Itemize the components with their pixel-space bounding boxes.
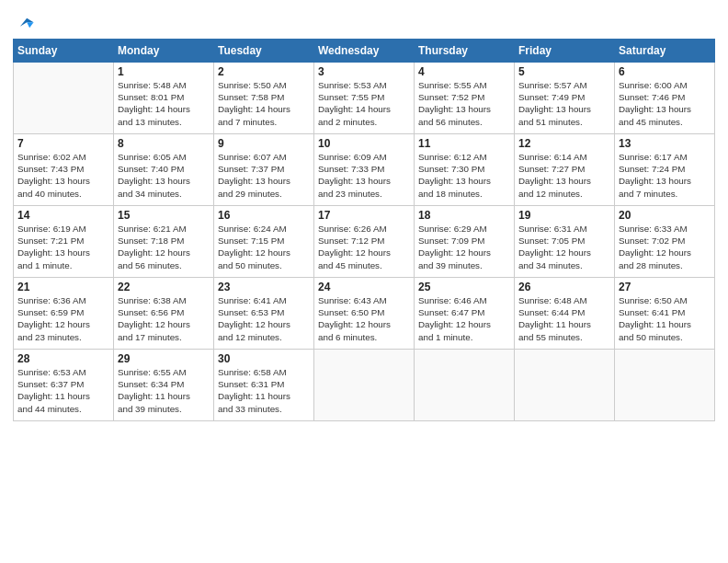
calendar-cell — [615, 350, 715, 421]
calendar-cell — [415, 350, 515, 421]
day-number: 17 — [318, 209, 410, 222]
calendar-cell: 6Sunrise: 6:00 AM Sunset: 7:46 PM Daylig… — [615, 63, 715, 134]
calendar-cell: 18Sunrise: 6:29 AM Sunset: 7:09 PM Dayli… — [415, 206, 515, 278]
calendar-cell: 9Sunrise: 6:07 AM Sunset: 7:37 PM Daylig… — [214, 134, 314, 206]
calendar-cell: 25Sunrise: 6:46 AM Sunset: 6:47 PM Dayli… — [415, 278, 515, 350]
calendar-cell: 17Sunrise: 6:26 AM Sunset: 7:12 PM Dayli… — [314, 206, 415, 278]
calendar-cell: 2Sunrise: 5:50 AM Sunset: 7:58 PM Daylig… — [214, 63, 314, 134]
calendar-cell: 8Sunrise: 6:05 AM Sunset: 7:40 PM Daylig… — [114, 134, 214, 206]
day-number: 14 — [17, 209, 109, 222]
calendar-week-row: 7Sunrise: 6:02 AM Sunset: 7:43 PM Daylig… — [14, 134, 715, 206]
day-info: Sunrise: 5:53 AM Sunset: 7:55 PM Dayligh… — [318, 79, 410, 128]
weekday-header-saturday: Saturday — [615, 40, 715, 63]
header — [13, 9, 715, 33]
calendar-cell: 21Sunrise: 6:36 AM Sunset: 6:59 PM Dayli… — [14, 278, 114, 350]
day-info: Sunrise: 6:29 AM Sunset: 7:09 PM Dayligh… — [418, 223, 510, 271]
calendar-cell: 29Sunrise: 6:55 AM Sunset: 6:34 PM Dayli… — [114, 350, 214, 421]
day-info: Sunrise: 6:00 AM Sunset: 7:46 PM Dayligh… — [619, 79, 711, 128]
day-info: Sunrise: 6:50 AM Sunset: 6:41 PM Dayligh… — [619, 294, 711, 343]
calendar-cell: 10Sunrise: 6:09 AM Sunset: 7:33 PM Dayli… — [314, 134, 415, 206]
day-number: 15 — [118, 209, 210, 222]
day-info: Sunrise: 6:19 AM Sunset: 7:21 PM Dayligh… — [17, 223, 109, 271]
weekday-header-sunday: Sunday — [14, 40, 114, 63]
calendar-cell: 27Sunrise: 6:50 AM Sunset: 6:41 PM Dayli… — [615, 278, 715, 350]
calendar-cell: 26Sunrise: 6:48 AM Sunset: 6:44 PM Dayli… — [515, 278, 615, 350]
calendar-cell: 14Sunrise: 6:19 AM Sunset: 7:21 PM Dayli… — [14, 206, 114, 278]
day-number: 13 — [619, 137, 711, 150]
calendar-cell — [515, 350, 615, 421]
day-info: Sunrise: 6:07 AM Sunset: 7:37 PM Dayligh… — [218, 151, 310, 200]
day-info: Sunrise: 6:09 AM Sunset: 7:33 PM Dayligh… — [318, 151, 410, 200]
day-info: Sunrise: 6:43 AM Sunset: 6:50 PM Dayligh… — [318, 294, 410, 343]
day-info: Sunrise: 6:53 AM Sunset: 6:37 PM Dayligh… — [17, 366, 109, 415]
day-number: 11 — [418, 137, 510, 150]
day-number: 23 — [218, 281, 310, 293]
day-info: Sunrise: 6:12 AM Sunset: 7:30 PM Dayligh… — [418, 151, 510, 200]
calendar-cell: 23Sunrise: 6:41 AM Sunset: 6:53 PM Dayli… — [214, 278, 314, 350]
day-number: 8 — [118, 137, 210, 150]
day-number: 30 — [218, 352, 310, 365]
day-info: Sunrise: 5:55 AM Sunset: 7:52 PM Dayligh… — [418, 79, 510, 128]
calendar-table: SundayMondayTuesdayWednesdayThursdayFrid… — [13, 39, 715, 421]
page-container: SundayMondayTuesdayWednesdayThursdayFrid… — [0, 0, 728, 431]
calendar-cell: 28Sunrise: 6:53 AM Sunset: 6:37 PM Dayli… — [14, 350, 114, 421]
weekday-header-monday: Monday — [114, 40, 214, 63]
calendar-cell: 15Sunrise: 6:21 AM Sunset: 7:18 PM Dayli… — [114, 206, 214, 278]
day-info: Sunrise: 5:50 AM Sunset: 7:58 PM Dayligh… — [218, 79, 310, 128]
calendar-cell: 7Sunrise: 6:02 AM Sunset: 7:43 PM Daylig… — [14, 134, 114, 206]
calendar-cell: 19Sunrise: 6:31 AM Sunset: 7:05 PM Dayli… — [515, 206, 615, 278]
day-number: 5 — [518, 65, 610, 78]
day-info: Sunrise: 6:21 AM Sunset: 7:18 PM Dayligh… — [118, 223, 210, 271]
day-info: Sunrise: 6:41 AM Sunset: 6:53 PM Dayligh… — [218, 294, 310, 343]
calendar-week-row: 14Sunrise: 6:19 AM Sunset: 7:21 PM Dayli… — [14, 206, 715, 278]
logo-bird-icon — [15, 13, 35, 33]
calendar-cell: 3Sunrise: 5:53 AM Sunset: 7:55 PM Daylig… — [314, 63, 415, 134]
calendar-week-row: 28Sunrise: 6:53 AM Sunset: 6:37 PM Dayli… — [14, 350, 715, 421]
calendar-cell: 24Sunrise: 6:43 AM Sunset: 6:50 PM Dayli… — [314, 278, 415, 350]
day-number: 6 — [619, 65, 711, 78]
calendar-week-row: 21Sunrise: 6:36 AM Sunset: 6:59 PM Dayli… — [14, 278, 715, 350]
day-info: Sunrise: 6:05 AM Sunset: 7:40 PM Dayligh… — [118, 151, 210, 200]
weekday-header-thursday: Thursday — [415, 40, 515, 63]
day-number: 26 — [518, 281, 610, 293]
calendar-cell — [314, 350, 415, 421]
day-number: 21 — [17, 281, 109, 293]
calendar-cell: 11Sunrise: 6:12 AM Sunset: 7:30 PM Dayli… — [415, 134, 515, 206]
weekday-header-wednesday: Wednesday — [314, 40, 415, 63]
day-info: Sunrise: 6:38 AM Sunset: 6:56 PM Dayligh… — [118, 294, 210, 343]
day-number: 16 — [218, 209, 310, 222]
day-number: 12 — [518, 137, 610, 150]
day-info: Sunrise: 6:26 AM Sunset: 7:12 PM Dayligh… — [318, 223, 410, 271]
day-info: Sunrise: 6:58 AM Sunset: 6:31 PM Dayligh… — [218, 366, 310, 415]
day-info: Sunrise: 6:31 AM Sunset: 7:05 PM Dayligh… — [518, 223, 610, 271]
day-number: 10 — [318, 137, 410, 150]
day-number: 27 — [619, 281, 711, 293]
calendar-cell: 30Sunrise: 6:58 AM Sunset: 6:31 PM Dayli… — [214, 350, 314, 421]
weekday-header-tuesday: Tuesday — [214, 40, 314, 63]
day-number: 25 — [418, 281, 510, 293]
day-info: Sunrise: 6:24 AM Sunset: 7:15 PM Dayligh… — [218, 223, 310, 271]
day-info: Sunrise: 6:55 AM Sunset: 6:34 PM Dayligh… — [118, 366, 210, 415]
day-info: Sunrise: 6:14 AM Sunset: 7:27 PM Dayligh… — [518, 151, 610, 200]
calendar-cell: 16Sunrise: 6:24 AM Sunset: 7:15 PM Dayli… — [214, 206, 314, 278]
logo — [13, 13, 35, 33]
day-info: Sunrise: 5:57 AM Sunset: 7:49 PM Dayligh… — [518, 79, 610, 128]
svg-marker-1 — [27, 22, 33, 28]
day-number: 9 — [218, 137, 310, 150]
calendar-cell — [14, 63, 114, 134]
day-info: Sunrise: 6:17 AM Sunset: 7:24 PM Dayligh… — [619, 151, 711, 200]
day-number: 1 — [118, 65, 210, 78]
day-info: Sunrise: 6:36 AM Sunset: 6:59 PM Dayligh… — [17, 294, 109, 343]
calendar-week-row: 1Sunrise: 5:48 AM Sunset: 8:01 PM Daylig… — [14, 63, 715, 134]
day-number: 24 — [318, 281, 410, 293]
day-info: Sunrise: 5:48 AM Sunset: 8:01 PM Dayligh… — [118, 79, 210, 128]
calendar-cell: 12Sunrise: 6:14 AM Sunset: 7:27 PM Dayli… — [515, 134, 615, 206]
weekday-header-row: SundayMondayTuesdayWednesdayThursdayFrid… — [14, 40, 715, 63]
day-number: 18 — [418, 209, 510, 222]
day-info: Sunrise: 6:46 AM Sunset: 6:47 PM Dayligh… — [418, 294, 510, 343]
calendar-cell: 4Sunrise: 5:55 AM Sunset: 7:52 PM Daylig… — [415, 63, 515, 134]
calendar-cell: 20Sunrise: 6:33 AM Sunset: 7:02 PM Dayli… — [615, 206, 715, 278]
weekday-header-friday: Friday — [515, 40, 615, 63]
day-number: 28 — [17, 352, 109, 365]
day-number: 3 — [318, 65, 410, 78]
